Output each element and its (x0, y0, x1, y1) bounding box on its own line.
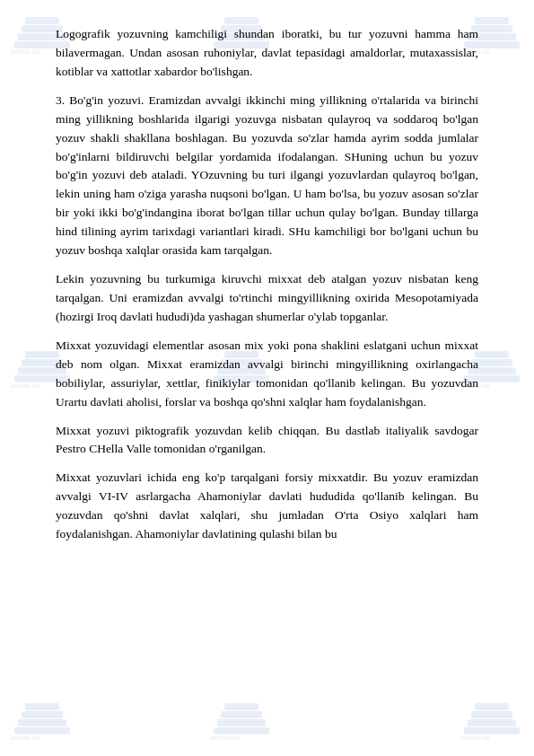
svg-rect-35 (214, 727, 269, 734)
paragraph-5: Mixxat yozuvi piktografik yozuvdan kelib… (56, 422, 478, 460)
svg-rect-37 (221, 711, 262, 718)
svg-rect-28 (475, 351, 509, 358)
watermark-bot-right: oefen.uz (457, 693, 527, 749)
watermark-bot-center: oefen.uz (206, 693, 276, 749)
svg-rect-13 (475, 17, 509, 24)
svg-rect-33 (25, 703, 59, 710)
svg-text:oefen.uz: oefen.uz (11, 48, 39, 56)
paragraph-4: Mixxat yozuvidagi elementlar asosan mix … (56, 337, 478, 412)
paragraph-1: Logografik yozuvning kamchiligi shundan … (56, 25, 478, 82)
paragraph-2: 3. Bo'g'in yozuvi. Eramizdan avvalgi ikk… (56, 92, 478, 260)
svg-rect-3 (25, 17, 59, 24)
svg-rect-32 (22, 711, 63, 718)
svg-text:oefen.uz: oefen.uz (210, 734, 239, 742)
svg-rect-43 (475, 703, 509, 710)
svg-rect-31 (18, 719, 66, 726)
svg-rect-41 (468, 719, 516, 726)
svg-text:oefen.uz: oefen.uz (11, 382, 39, 390)
paragraph-6: Mixxat yozuvlari ichida eng ko'p tarqalg… (56, 469, 478, 544)
watermark-bot-left: oefen.uz (7, 693, 77, 749)
svg-rect-30 (14, 727, 70, 734)
content-area: Logografik yozuvning kamchiligi shundan … (56, 25, 478, 544)
svg-rect-42 (471, 711, 512, 718)
paragraph-3: Lekin yozuvning bu turkumiga kiruvchi mi… (56, 270, 478, 327)
svg-rect-18 (25, 351, 59, 358)
svg-rect-8 (224, 17, 258, 24)
svg-rect-36 (217, 719, 266, 726)
svg-text:oefen.uz: oefen.uz (460, 734, 489, 742)
svg-rect-40 (464, 727, 520, 734)
svg-rect-38 (224, 703, 258, 710)
page: oefen.uz oefen.uz (0, 0, 534, 756)
svg-text:oefen.uz: oefen.uz (11, 734, 39, 742)
